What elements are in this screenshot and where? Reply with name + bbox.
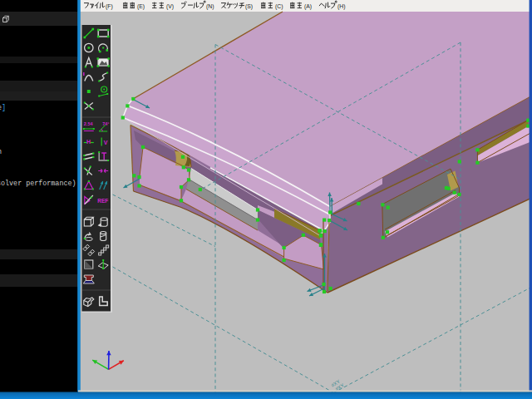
svg-text:(N): (N) — [206, 3, 214, 10]
svg-text:solver performance): solver performance) — [0, 180, 76, 188]
svg-text:REF: REF — [97, 198, 108, 204]
svg-text:H: H — [86, 139, 91, 145]
svg-text:(E): (E) — [137, 3, 145, 10]
svg-text:2.54: 2.54 — [84, 121, 94, 126]
svg-text:]: ] — [2, 104, 6, 112]
svg-text:(F): (F) — [106, 3, 113, 10]
svg-text:(C): (C) — [275, 3, 283, 10]
svg-text:(A): (A) — [304, 3, 312, 10]
svg-text:74°: 74° — [102, 121, 109, 126]
svg-text:h: h — [0, 148, 2, 156]
svg-text:(V): (V) — [166, 3, 174, 10]
svg-text:V: V — [104, 140, 108, 145]
svg-text:(S): (S) — [245, 3, 253, 10]
svg-text:(H): (H) — [337, 3, 345, 10]
